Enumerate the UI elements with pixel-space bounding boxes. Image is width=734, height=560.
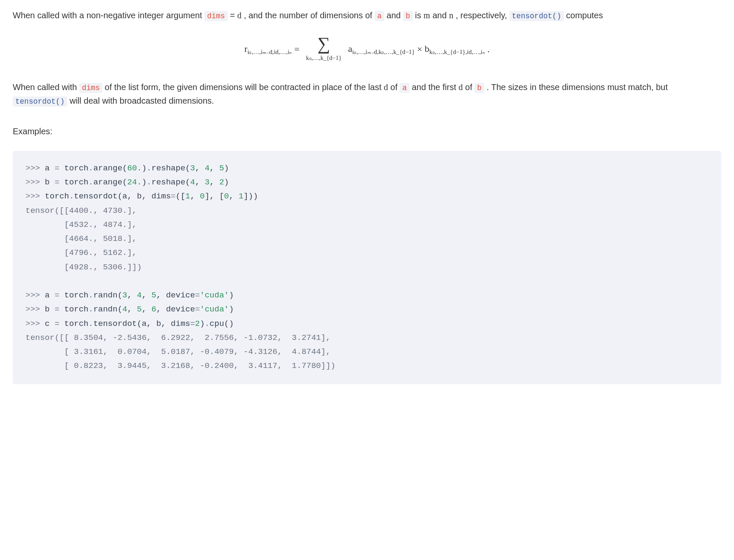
description-paragraph-2: When called with dims of the list form, …: [13, 80, 721, 107]
link-tensordot[interactable]: tensordot(): [509, 11, 564, 21]
formula-tensordot: ri₀,…,iₘ₋d,id,…,iₙ = ∑ k₀,…,k_{d−1} ai₀,…: [13, 35, 721, 63]
code-b-2: b: [474, 83, 484, 93]
sigma-symbol: ∑: [306, 35, 342, 53]
code-example: >>> a = torch.arange(60.).reshape(3, 4, …: [13, 151, 721, 384]
code-b: b: [403, 11, 413, 21]
examples-heading: Examples:: [13, 124, 721, 138]
code-a: a: [375, 11, 384, 21]
description-paragraph-1: When called with a non-negative integer …: [13, 8, 721, 22]
code-a-2: a: [400, 83, 409, 93]
code-dims-2: dims: [79, 83, 102, 93]
link-tensordot-2[interactable]: tensordot(): [13, 96, 67, 107]
code-dims: dims: [204, 11, 227, 21]
